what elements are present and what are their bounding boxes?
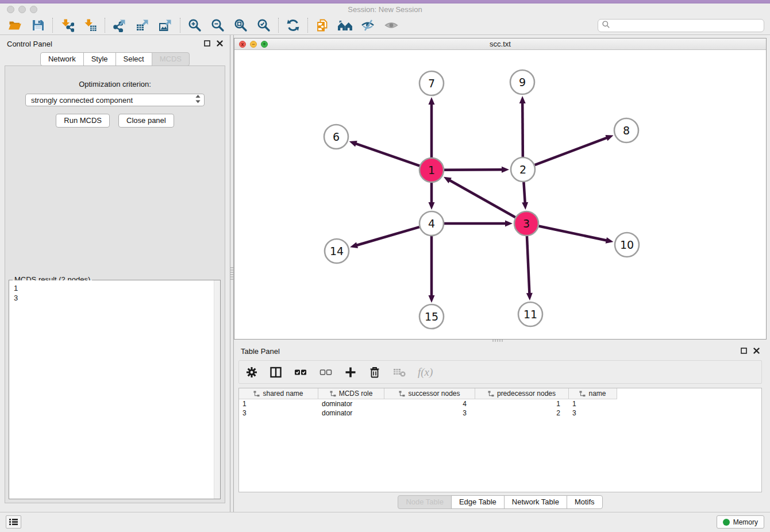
mcds-result-list[interactable]: 13 xyxy=(9,280,220,499)
cell-shared-name[interactable]: 3 xyxy=(239,409,318,417)
column-header-MCDS-role[interactable]: MCDS role xyxy=(318,388,384,399)
memory-button[interactable]: Memory xyxy=(717,515,764,529)
cell-name[interactable]: 1 xyxy=(569,400,617,408)
tab-edge-table[interactable]: Edge Table xyxy=(451,495,505,509)
minimize-window-button[interactable] xyxy=(18,6,26,13)
network-view-titlebar[interactable]: x − + scc.txt xyxy=(234,38,766,50)
cell-successor-nodes[interactable]: 4 xyxy=(384,400,475,408)
table-panel: Table Panel f(x) shared nameMCDS rolesuc… xyxy=(234,342,767,512)
network-canvas[interactable]: 7968124314101511 xyxy=(234,50,766,339)
network-view-window: x − + scc.txt 7968124314101511 xyxy=(234,38,767,340)
column-header-predecessor-nodes[interactable]: predecessor nodes xyxy=(475,388,569,399)
function-icon: f(x) xyxy=(418,366,433,379)
column-header-shared-name[interactable]: shared name xyxy=(239,388,318,399)
delete-icon[interactable] xyxy=(368,366,381,379)
settings-icon[interactable] xyxy=(245,366,258,379)
close-panel-icon[interactable] xyxy=(217,40,223,48)
macos-traffic-lights[interactable] xyxy=(7,6,37,13)
table-tabs: Node TableEdge TableNetwork TableMotifs xyxy=(234,492,767,512)
control-panel-title: Control Panel xyxy=(7,40,52,48)
close-table-panel-icon[interactable] xyxy=(753,347,760,356)
arrowhead-3-11 xyxy=(526,293,533,300)
hide-selected-icon[interactable] xyxy=(357,17,380,34)
refresh-icon[interactable] xyxy=(282,17,305,34)
tab-mcds[interactable]: MCDS xyxy=(152,52,190,66)
tab-select[interactable]: Select xyxy=(116,52,152,66)
table-row[interactable]: 1dominator411 xyxy=(239,399,761,408)
mcds-panel: Optimization criterion: strongly connect… xyxy=(5,65,225,503)
node-label-14: 14 xyxy=(330,245,344,257)
add-icon[interactable] xyxy=(344,366,357,379)
tab-network[interactable]: Network xyxy=(40,52,84,66)
search-box[interactable] xyxy=(598,19,764,32)
zoom-window-button[interactable] xyxy=(30,6,37,13)
mcds-result-node: 3 xyxy=(14,293,215,303)
panel-splitter[interactable] xyxy=(230,35,234,512)
close-window-button[interactable] xyxy=(7,6,14,13)
cell-shared-name[interactable]: 1 xyxy=(239,400,318,408)
tab-style[interactable]: Style xyxy=(83,52,116,66)
edge-1-6[interactable] xyxy=(355,144,419,166)
zoom-fit-icon[interactable] xyxy=(229,17,252,34)
zoom-selected-icon[interactable] xyxy=(252,17,275,34)
network-minimize-button[interactable]: − xyxy=(250,41,257,48)
export-image-icon[interactable] xyxy=(154,17,177,34)
network-maximize-button[interactable]: + xyxy=(261,41,268,48)
node-label-2: 2 xyxy=(519,163,526,176)
import-table-icon[interactable] xyxy=(79,17,102,34)
column-header-name[interactable]: name xyxy=(569,388,617,399)
delete-table-icon xyxy=(392,367,406,378)
tab-node-table[interactable]: Node Table xyxy=(398,495,452,509)
edge-2-9[interactable] xyxy=(522,102,523,157)
optimization-criterion-select[interactable]: strongly connected component xyxy=(25,94,205,106)
zoom-in-icon[interactable] xyxy=(183,17,206,34)
table-row[interactable]: 3dominator323 xyxy=(239,408,761,418)
cell-name[interactable]: 3 xyxy=(569,409,617,417)
close-panel-button[interactable]: Close panel xyxy=(118,114,174,128)
save-session-icon[interactable] xyxy=(26,17,49,34)
cell-successor-nodes[interactable]: 3 xyxy=(384,409,475,417)
cell-predecessor-nodes[interactable]: 2 xyxy=(475,409,569,417)
open-session-icon[interactable] xyxy=(3,17,26,34)
home-pair-icon[interactable] xyxy=(334,17,357,34)
cell-MCDS-role[interactable]: dominator xyxy=(318,409,384,417)
edge-4-14[interactable] xyxy=(356,227,419,245)
duplicate-network-icon[interactable] xyxy=(311,17,334,34)
import-network-icon[interactable] xyxy=(56,17,79,34)
edge-2-3[interactable] xyxy=(523,182,525,203)
column-header-successor-nodes[interactable]: successor nodes xyxy=(384,388,475,399)
zoom-out-icon[interactable] xyxy=(206,17,229,34)
node-label-4: 4 xyxy=(428,217,435,230)
edge-1-2[interactable] xyxy=(444,169,503,170)
node-table[interactable]: shared nameMCDS rolesuccessor nodesprede… xyxy=(238,388,762,492)
network-close-button[interactable]: x xyxy=(239,41,246,48)
cell-predecessor-nodes[interactable]: 1 xyxy=(475,400,569,408)
task-history-button[interactable] xyxy=(6,515,21,529)
search-input[interactable] xyxy=(613,22,760,30)
node-label-6: 6 xyxy=(333,130,340,143)
toolbar-separator xyxy=(307,18,308,33)
edge-3-11[interactable] xyxy=(527,236,529,294)
tab-motifs[interactable]: Motifs xyxy=(567,495,603,509)
tab-network-table[interactable]: Network Table xyxy=(504,495,567,509)
result-scrollbar[interactable] xyxy=(214,280,220,499)
select-all-icon[interactable] xyxy=(294,366,307,379)
mcds-result-node: 1 xyxy=(14,283,215,293)
deselect-all-icon[interactable] xyxy=(319,366,333,379)
network-graph[interactable]: 7968124314101511 xyxy=(234,50,766,339)
edge-3-10[interactable] xyxy=(539,226,607,241)
float-panel-icon[interactable] xyxy=(204,40,210,48)
edge-3-1[interactable] xyxy=(449,180,515,217)
cell-MCDS-role[interactable]: dominator xyxy=(318,400,384,408)
run-mcds-button[interactable]: Run MCDS xyxy=(56,114,110,128)
node-label-15: 15 xyxy=(425,310,438,323)
splitter-grip[interactable] xyxy=(230,267,233,280)
toolbar-separator xyxy=(180,18,180,33)
app-titlebar: Session: New Session xyxy=(0,3,770,16)
export-network-icon[interactable] xyxy=(108,17,131,34)
horizontal-splitter-grip[interactable] xyxy=(492,340,503,342)
float-table-panel-icon[interactable] xyxy=(741,347,747,356)
edge-2-8[interactable] xyxy=(535,137,608,165)
columns-icon[interactable] xyxy=(270,366,282,379)
export-table-icon[interactable] xyxy=(131,17,154,34)
